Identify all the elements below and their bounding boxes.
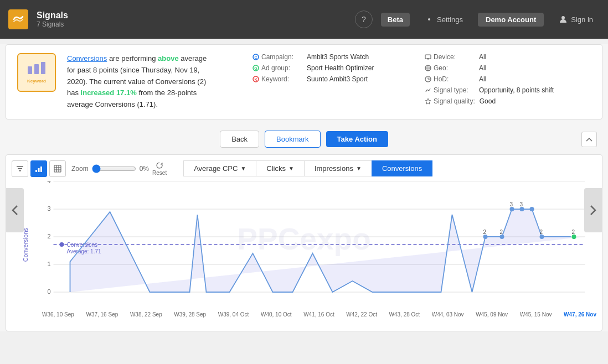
signin-button[interactable]: Sign in — [552, 12, 600, 27]
signal-card: Keyword Conversions are performing above… — [6, 44, 602, 119]
svg-text:0: 0 — [47, 288, 50, 295]
zoom-section: Zoom 0% Reset — [71, 162, 167, 176]
chart-controls: Zoom 0% Reset Average CPC ▼ Clicks ▼ — [12, 160, 596, 177]
svg-point-47 — [500, 235, 504, 239]
tab-average-cpc[interactable]: Average CPC ▼ — [183, 160, 256, 176]
x-label-4: W39, 04 Oct — [218, 311, 249, 318]
take-action-button[interactable]: Take Action — [326, 131, 388, 147]
x-label-2: W38, 22 Sep — [130, 311, 162, 318]
tab-conversions[interactable]: Conversions — [372, 160, 432, 176]
zoom-slider[interactable] — [92, 164, 136, 173]
bar-chart-button[interactable] — [30, 160, 47, 177]
svg-rect-20 — [17, 166, 23, 167]
next-signal-button[interactable] — [584, 188, 602, 232]
svg-text:4: 4 — [47, 181, 50, 184]
svg-rect-26 — [54, 165, 61, 172]
svg-text:2: 2 — [540, 229, 543, 235]
hod-row: HoD: All — [425, 75, 591, 83]
svg-rect-3 — [41, 62, 45, 74]
svg-text:1: 1 — [47, 261, 50, 267]
svg-point-0 — [561, 16, 565, 19]
geo-row: Geo: All — [425, 64, 591, 72]
svg-rect-25 — [40, 167, 42, 172]
x-label-1: W37, 16 Sep — [86, 311, 118, 318]
bookmark-button[interactable]: Bookmark — [265, 131, 321, 148]
svg-marker-19 — [425, 98, 431, 104]
signal-quality-label: Signal quality: — [425, 97, 475, 105]
signal-description: Conversions are performing above average… — [67, 53, 213, 111]
chart-svg: 0 1 2 3 4 Conversions Average: 1.71 — [42, 181, 596, 309]
settings-button[interactable]: Settings — [418, 12, 470, 27]
signal-quality-row: Signal quality: Good — [425, 97, 591, 105]
x-label-0: W36, 10 Sep — [42, 311, 74, 318]
keyword-value: Suunto Ambit3 Sport — [307, 75, 368, 83]
device-row: Device: All — [425, 53, 591, 61]
y-axis-label: Conversions — [22, 228, 29, 262]
svg-text:2: 2 — [47, 233, 50, 240]
zoom-label: Zoom — [71, 165, 89, 173]
reset-button[interactable]: Reset — [152, 162, 167, 176]
device-value: All — [479, 53, 486, 61]
svg-rect-23 — [35, 170, 37, 172]
x-label-10: W45, 09 Nov — [476, 311, 508, 318]
svg-text:2: 2 — [483, 229, 487, 235]
svg-rect-21 — [18, 168, 22, 169]
beta-badge: Beta — [381, 13, 410, 27]
svg-point-42 — [60, 242, 64, 247]
campaign-label: C Campaign: — [253, 53, 302, 61]
action-bar: Back Bookmark Take Action — [0, 125, 608, 154]
x-label-9: W44, 03 Nov — [432, 311, 464, 318]
tab-clicks[interactable]: Clicks ▼ — [256, 160, 304, 176]
signal-icon: Keyword — [17, 53, 56, 92]
app-title: Signals 7 Signals — [37, 11, 68, 28]
chart-wrapper: PPCexpo Conversions 0 1 2 3 4 — [12, 181, 596, 325]
logo — [8, 9, 28, 29]
filter-button[interactable] — [12, 160, 28, 177]
svg-text:K: K — [254, 77, 257, 81]
table-button[interactable] — [49, 160, 66, 177]
tab-impressions[interactable]: Impressions ▼ — [304, 160, 372, 176]
svg-point-45 — [483, 235, 488, 239]
svg-text:3: 3 — [47, 205, 50, 212]
increased-text: increased 17.1% — [81, 89, 137, 97]
svg-text:C: C — [254, 55, 257, 59]
svg-rect-1 — [28, 66, 32, 74]
x-label-5: W40, 10 Oct — [261, 311, 292, 318]
svg-point-53 — [530, 207, 534, 211]
x-label-11: W45, 15 Nov — [520, 311, 552, 318]
signal-icon-label: Keyword — [27, 79, 46, 84]
back-button[interactable]: Back — [220, 131, 259, 148]
prev-signal-button[interactable] — [6, 188, 24, 232]
x-label-3: W39, 28 Sep — [174, 311, 206, 318]
reset-label: Reset — [152, 170, 167, 176]
geo-label: Geo: — [425, 64, 475, 72]
hod-label: HoD: — [425, 75, 475, 83]
signal-icon-wrapper: Keyword — [17, 53, 56, 92]
account-button[interactable]: Demo Account — [478, 13, 544, 27]
app-name: Signals — [37, 11, 68, 20]
x-label-7: W42, 22 Oct — [346, 311, 377, 318]
chart-area: Zoom 0% Reset Average CPC ▼ Clicks ▼ — [6, 154, 602, 331]
signal-type-row: Signal type: Opportunity, 8 points shift — [425, 86, 591, 94]
settings-label: Settings — [437, 15, 463, 24]
help-button[interactable]: ? — [355, 11, 373, 28]
svg-text:2: 2 — [572, 229, 575, 235]
header: Signals 7 Signals ? Beta Settings Demo A… — [0, 0, 608, 39]
collapse-button[interactable] — [581, 132, 597, 147]
x-label-12: W47, 26 Nov — [564, 311, 596, 318]
desc-text1: are performing — [109, 54, 158, 63]
keyword-row: K Keyword: Suunto Ambit3 Sport — [253, 75, 385, 83]
svg-point-54 — [540, 235, 544, 239]
conversions-link[interactable]: Conversions — [67, 54, 107, 63]
svg-text:2: 2 — [500, 229, 503, 235]
geo-value: All — [479, 64, 486, 72]
keyword-label: K Keyword: — [253, 75, 302, 83]
signal-quality-value: Good — [480, 97, 496, 105]
campaign-value: Ambit3 Sports Watch — [307, 53, 369, 61]
svg-rect-2 — [34, 64, 39, 74]
svg-text:3: 3 — [520, 201, 523, 207]
svg-rect-24 — [38, 168, 40, 172]
main-content: Keyword Conversions are performing above… — [0, 44, 608, 331]
x-label-6: W41, 16 Oct — [303, 311, 334, 318]
zoom-value: 0% — [140, 165, 149, 173]
